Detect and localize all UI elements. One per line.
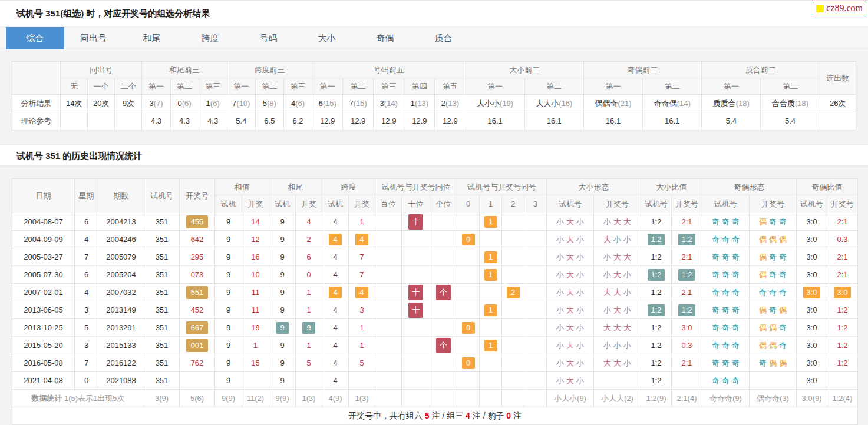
pattern-char: 小 — [603, 217, 611, 227]
pattern-cell: 奇奇奇 — [702, 266, 750, 284]
analysis-cell: 4.3 — [199, 112, 227, 130]
history-cell: 7 — [75, 248, 98, 266]
column-header: 1 — [480, 195, 502, 213]
stats-cell: 小大大(2) — [594, 390, 641, 407]
history-cell: 551 — [180, 284, 215, 301]
history-cell: 1:2 — [641, 248, 672, 266]
history-table: 日期星期期数试机号开奖号和值和尾跨度试机号与开奖号同位试机号与开奖号同号大小形态… — [12, 178, 858, 425]
history-cell: 2:1 — [672, 213, 702, 231]
logo-square-icon — [816, 5, 824, 12]
history-cell — [524, 372, 547, 390]
badge-org: 1 — [484, 340, 497, 351]
analysis-cell: 3(7) — [142, 95, 170, 112]
pattern-char: 奇 — [732, 358, 740, 368]
pattern-char: 小 — [556, 252, 564, 263]
history-cell: 4 — [322, 284, 349, 301]
tab-item[interactable]: 质合 — [414, 27, 473, 49]
stats-cell: 3:0(9) — [797, 390, 827, 407]
history-cell — [375, 301, 402, 319]
column-header: 奇偶形态 — [702, 179, 797, 195]
history-cell: 十 — [402, 213, 430, 231]
pattern-cell: 大大小 — [594, 284, 641, 301]
stats-cell — [375, 390, 402, 407]
analysis-row: 分析结果14次20次9次3(7)0(6)1(6)7(10)5(8)4(6)6(1… — [12, 95, 856, 112]
history-cell — [430, 372, 457, 390]
stats-cell: 1:2(9) — [641, 390, 672, 407]
history-cell: 2021088 — [98, 372, 144, 390]
site-logo[interactable]: cz89.com — [813, 2, 866, 15]
history-cell: 9 — [269, 284, 296, 301]
stats-cell: 1(3) — [296, 390, 322, 407]
pattern-char: 奇 — [779, 252, 787, 263]
history-cell: 1 — [480, 301, 502, 319]
history-cell: 9 — [215, 354, 242, 372]
history-cell: 667 — [180, 319, 215, 337]
column-header: 号码前五 — [312, 62, 466, 78]
history-cell — [457, 284, 480, 301]
column-header: 开奖 — [296, 195, 322, 213]
history-cell: 9 — [215, 231, 242, 248]
history-cell: 1:2 — [641, 284, 672, 301]
page-title: 试机号 351(组选) 时，对应开奖号的组选分析结果 — [16, 8, 868, 19]
history-cell: 4 — [75, 284, 98, 301]
history-cell — [502, 248, 524, 266]
history-cell — [430, 301, 457, 319]
stats-cell: 1(3) — [349, 390, 375, 407]
history-row: 2005-07-306200520435107391090471小大小小大小1:… — [12, 266, 858, 284]
history-cell — [457, 248, 480, 266]
pattern-cell: 小大小 — [547, 284, 594, 301]
history-cell: 0 — [457, 354, 480, 372]
history-cell: 642 — [180, 231, 215, 248]
pattern-char: 奇 — [732, 217, 740, 227]
pattern-char: 奇 — [722, 252, 730, 263]
pattern-char: 小 — [556, 217, 564, 227]
history-cell: 4 — [322, 372, 349, 390]
analysis-cell: 7(15) — [343, 95, 374, 112]
history-row: 2016-05-087201612235176291595450小大小大大小1:… — [12, 354, 858, 372]
history-cell — [402, 372, 430, 390]
pattern-char: 奇 — [712, 252, 720, 263]
history-cell: 1:2 — [827, 337, 858, 354]
history-cell: 1 — [349, 319, 375, 337]
pattern-char: 奇 — [759, 287, 767, 298]
tab-item[interactable]: 同出号 — [64, 27, 123, 49]
pattern-cell: 小小小 — [594, 337, 641, 354]
pattern-char: 大 — [613, 217, 621, 227]
tab-item[interactable]: 综合 — [6, 27, 64, 49]
badge-org: 0 — [462, 234, 475, 245]
history-cell — [430, 266, 457, 284]
history-cell: 2:1 — [672, 354, 702, 372]
column-header: 跨度 — [322, 179, 375, 195]
pattern-char: 偶 — [759, 252, 767, 263]
history-cell: 9 — [215, 266, 242, 284]
column-header: 第一 — [583, 78, 642, 95]
pattern-char: 大 — [566, 305, 574, 316]
history-cell: 2:1 — [672, 284, 702, 301]
history-cell: 1 — [480, 266, 502, 284]
history-cell: 9 — [296, 319, 322, 337]
history-cell: 11 — [242, 284, 269, 301]
tab-item[interactable]: 大小 — [298, 27, 356, 49]
history-cell — [375, 231, 402, 248]
pattern-char: 大 — [613, 270, 621, 280]
history-cell: 2004246 — [98, 231, 144, 248]
badge-org: 3:0 — [834, 287, 850, 298]
column-header: 开奖 — [349, 195, 375, 213]
column-header: 试机号与开奖号同位 — [375, 179, 457, 195]
tab-item[interactable]: 号码 — [239, 27, 298, 49]
history-section-bar: 试机号 351 的历史出现情况统计 — [0, 144, 868, 166]
column-header: 试机号与开奖号同号 — [457, 179, 547, 195]
analysis-cell: 6.5 — [255, 112, 283, 130]
tab-item[interactable]: 跨度 — [181, 27, 239, 49]
pattern-char: 奇 — [779, 270, 787, 280]
tab-item[interactable]: 奇偶 — [356, 27, 414, 49]
pattern-char: 小 — [623, 234, 631, 245]
tab-item[interactable]: 和尾 — [123, 27, 181, 49]
badge-org: 1 — [484, 269, 497, 281]
history-row: 2013-06-05320131493514529119143十1小大小小大小1… — [12, 301, 858, 319]
history-cell: 3:0 — [797, 372, 827, 390]
analysis-cell: 6(15) — [312, 95, 343, 112]
history-cell: 2004213 — [98, 213, 144, 231]
pattern-char: 小 — [576, 376, 584, 386]
stats-cell — [457, 390, 480, 407]
